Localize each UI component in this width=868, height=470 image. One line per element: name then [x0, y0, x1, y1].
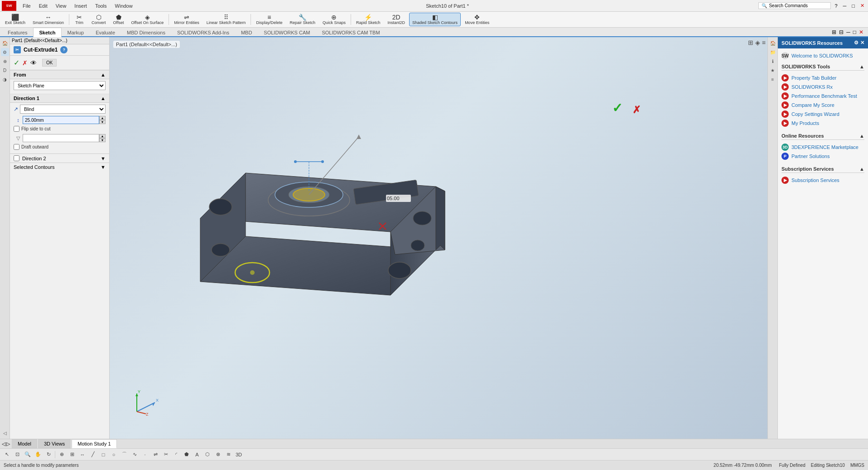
- menu-edit[interactable]: Edit: [35, 2, 51, 10]
- selected-contours-section[interactable]: Selected Contours ▼: [10, 163, 109, 171]
- repair-sketch-btn[interactable]: 🔧Repair Sketch: [286, 13, 318, 26]
- help-icon[interactable]: ?: [833, 2, 839, 10]
- sheet-next[interactable]: ▷: [6, 441, 10, 447]
- tab-mbd-dimensions[interactable]: MBD Dimensions: [121, 28, 171, 37]
- sw-tools-header[interactable]: SOLIDWORKS Tools ▲: [781, 64, 864, 71]
- instant2d-btn[interactable]: 2DInstant2D: [385, 13, 409, 26]
- draft-checkbox[interactable]: [14, 144, 19, 150]
- tab-markup[interactable]: Markup: [62, 28, 90, 37]
- panel-minimize[interactable]: ─: [845, 28, 851, 36]
- draft-decrement[interactable]: ▼: [99, 138, 106, 142]
- exit-sketch-btn[interactable]: ⬛Exit Sketch: [2, 13, 29, 26]
- direction1-header[interactable]: Direction 1 ▲: [10, 94, 109, 103]
- feature-manager-icon[interactable]: 🏠: [1, 39, 9, 47]
- rectangle-btn[interactable]: □: [98, 450, 108, 459]
- online-resources-header[interactable]: Online Resources ▲: [781, 133, 864, 140]
- tab-evaluate[interactable]: Evaluate: [90, 28, 121, 37]
- zoom-to-fit-btn[interactable]: ⊡: [12, 450, 22, 459]
- resources-folder-icon[interactable]: 📁: [769, 48, 777, 56]
- resources-home-icon[interactable]: 🏠: [769, 39, 777, 47]
- convert-entities-btn[interactable]: ⬡Convert: [88, 13, 109, 26]
- right-panel-close-icon[interactable]: ✕: [860, 40, 864, 46]
- mirror-entities-btn[interactable]: ⇌Mirror Entities: [171, 13, 203, 26]
- maximize-btn[interactable]: □: [850, 2, 857, 10]
- tab-addins[interactable]: SOLIDWORKS Add-Ins: [171, 28, 235, 37]
- offset-btn[interactable]: ⬟: [182, 450, 192, 459]
- tab-cam[interactable]: SOLIDWORKS CAM: [258, 28, 316, 37]
- property-manager-icon[interactable]: ⚙: [1, 48, 9, 56]
- subscription-header[interactable]: Subscription Services ▲: [781, 166, 864, 173]
- spline-btn[interactable]: ∿: [130, 450, 140, 459]
- draft-increment[interactable]: ▲: [99, 134, 106, 138]
- sketch-xpert-btn[interactable]: ⊕: [57, 450, 67, 459]
- direction1-dropdown[interactable]: Blind: [20, 105, 106, 114]
- tab-mbd[interactable]: MBD: [235, 28, 258, 37]
- trim-entities-btn[interactable]: ✂Trim: [71, 13, 87, 26]
- point-btn[interactable]: ·: [140, 450, 150, 459]
- 3dsketch-btn[interactable]: 3D: [234, 450, 244, 459]
- menu-insert[interactable]: Insert: [71, 2, 91, 10]
- copy-settings-item[interactable]: ▶ Copy Settings Wizard: [781, 110, 864, 119]
- snap-to-grid-btn[interactable]: ⊞: [67, 450, 77, 459]
- intersection-btn[interactable]: ⊗: [213, 450, 223, 459]
- tab-cam-tbm[interactable]: SOLIDWORKS CAM TBM: [316, 28, 386, 37]
- move-entities-btn[interactable]: ✥Move Entities: [462, 13, 492, 26]
- tab-features[interactable]: Features: [2, 28, 33, 37]
- direction2-section[interactable]: Direction 2 ▼: [10, 153, 109, 163]
- info-button[interactable]: ?: [60, 46, 68, 53]
- rotate-btn[interactable]: ↻: [43, 450, 53, 459]
- convert-btn[interactable]: ⬡: [203, 450, 212, 459]
- display-delete-btn[interactable]: ≡Display/Delete: [253, 13, 285, 26]
- panel-maximize[interactable]: □: [852, 28, 857, 36]
- from-section-header[interactable]: From ▲: [10, 70, 109, 79]
- partner-solutions-item[interactable]: P Partner Solutions: [781, 152, 864, 161]
- mirror-btn[interactable]: ⇌: [150, 450, 160, 459]
- offset-entities-btn[interactable]: ⬟Offset: [110, 13, 127, 26]
- sw-rx-item[interactable]: ▶ SOLIDWORKS Rx: [781, 82, 864, 91]
- depth-increment[interactable]: ▲: [99, 116, 106, 120]
- vp-icon1[interactable]: ⊞: [748, 39, 753, 46]
- depth-decrement[interactable]: ▼: [99, 120, 106, 124]
- menu-file[interactable]: File: [19, 2, 34, 10]
- eye-btn[interactable]: 👁: [30, 59, 37, 67]
- property-tab-builder-item[interactable]: ▶ Property Tab Builder: [781, 73, 864, 82]
- zoom-in-out-btn[interactable]: 🔍: [23, 450, 33, 459]
- arc-btn[interactable]: ⌒: [119, 450, 129, 459]
- smart-dimension-btn[interactable]: ↔Smart Dimension: [29, 13, 67, 26]
- vp-icon3[interactable]: ≡: [762, 39, 766, 46]
- tab-sketch[interactable]: Sketch: [33, 28, 61, 37]
- flip-checkbox[interactable]: [14, 126, 19, 132]
- subscription-services-item[interactable]: ▶ Subscription Services: [781, 176, 864, 185]
- shaded-sketch-btn[interactable]: ◧Shaded Sketch Contours: [409, 13, 461, 26]
- offset-on-surface-btn[interactable]: ◈Offset On Surface: [128, 13, 167, 26]
- draft-input[interactable]: [23, 134, 99, 142]
- vp-icon2[interactable]: ◈: [755, 39, 760, 46]
- panel-close[interactable]: ✕: [858, 28, 864, 36]
- quick-snaps-btn[interactable]: ⊕Quick Snaps: [319, 13, 349, 26]
- view-icon-1[interactable]: ⊞: [831, 28, 837, 36]
- compare-score-item[interactable]: ▶ Compare My Score: [781, 101, 864, 110]
- right-panel-settings-icon[interactable]: ⚙: [854, 40, 858, 46]
- tab-3dviews[interactable]: 3D Views: [38, 439, 71, 448]
- resources-star-icon[interactable]: ★: [769, 66, 777, 74]
- tab-model[interactable]: Model: [12, 439, 37, 448]
- close-btn[interactable]: ✕: [858, 2, 866, 10]
- resources-info-icon[interactable]: ℹ: [769, 57, 777, 65]
- select-btn[interactable]: ↖: [2, 450, 12, 459]
- ok-button[interactable]: OK: [42, 59, 57, 67]
- tab-motion-study[interactable]: Motion Study 1: [72, 439, 116, 448]
- rapid-sketch-btn[interactable]: ⚡Rapid Sketch: [353, 13, 384, 26]
- appearance-icon[interactable]: ◑: [1, 75, 9, 83]
- depth-input[interactable]: [23, 116, 99, 124]
- face-curves-btn[interactable]: ≋: [223, 450, 233, 459]
- search-commands[interactable]: 🔍 Search Commands: [758, 2, 831, 9]
- menu-view[interactable]: View: [52, 2, 70, 10]
- dimension-btn[interactable]: ↔: [77, 450, 87, 459]
- config-manager-icon[interactable]: ⊕: [1, 57, 9, 65]
- dim-expert-icon[interactable]: D: [1, 66, 9, 74]
- cancel-btn[interactable]: ✗: [22, 59, 28, 67]
- viewport-ok-check[interactable]: ✓: [612, 101, 622, 115]
- linear-sketch-pattern-btn[interactable]: ⠿Linear Sketch Pattern: [203, 13, 249, 26]
- from-dropdown[interactable]: Sketch Plane: [14, 81, 106, 90]
- circle-btn[interactable]: ○: [109, 450, 119, 459]
